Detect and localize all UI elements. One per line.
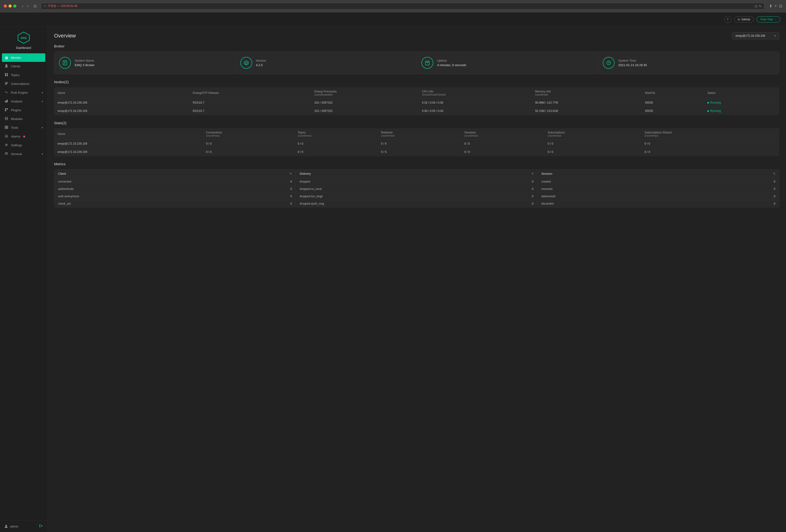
svg-rect-6	[7, 75, 8, 76]
stats-sessions-1: 0 / 0	[461, 140, 545, 148]
node-maxfds-1: 65535	[642, 99, 704, 107]
table-row: emqx@172.16.239.108 0 / 0 0 / 0 5 / 5 0 …	[54, 140, 779, 148]
sidebar-item-general[interactable]: General ▾	[0, 149, 47, 158]
metrics-delivery-header: Delivery ⇅	[296, 169, 537, 178]
list-item: check_acl 0	[54, 200, 296, 207]
sidebar-item-rule-engine[interactable]: Rule Engine ▾	[0, 88, 47, 97]
subscriptions-icon	[4, 82, 8, 86]
minimize-button[interactable]	[8, 4, 11, 7]
back-button[interactable]: ‹	[21, 4, 24, 9]
sidebar-item-subscriptions[interactable]: Subscriptions	[0, 79, 47, 88]
system-name-label: System Name	[75, 59, 95, 62]
stats-topics-2: 0 / 0	[294, 148, 378, 156]
nodes-col-name: Name	[54, 88, 190, 99]
user-icon	[4, 525, 8, 528]
sort-icon-delivery[interactable]: ⇅	[531, 172, 534, 175]
sort-icon-session[interactable]: ⇅	[773, 172, 775, 175]
stats-name-1: emqx@172.16.239.108	[54, 140, 203, 148]
node-selector[interactable]: emqx@172.16.239.108 ▾	[732, 32, 779, 39]
system-time-label: System Time	[619, 59, 647, 62]
list-item: auth.anonymous 0	[54, 193, 296, 200]
security-icon: 🛡	[44, 4, 46, 8]
node-selector-value: emqx@172.16.239.108	[736, 34, 765, 38]
sidebar-item-topics-label: Topics	[11, 73, 20, 77]
refresh-icon[interactable]: ↻	[759, 4, 762, 8]
nodes-section: Nodes(2) Name Erlang/OTP Release	[54, 80, 779, 115]
broker-card-system-name: System Name EMQ X Broker	[54, 52, 236, 74]
node-processes-1: 315 / 2097152	[311, 99, 419, 107]
sidebar-bottom: admin	[0, 521, 47, 532]
list-item: discarded 0	[538, 200, 779, 207]
sidebar-item-monitor[interactable]: ▦ Monitor	[2, 53, 45, 62]
sidebar-item-settings[interactable]: Settings	[0, 141, 47, 149]
stats-retained-1: 5 / 5	[378, 140, 461, 148]
table-row: emqx@172.16.239.109 R22/10.7 315 / 20971…	[54, 107, 779, 115]
stats-subscriptions-2: 0 / 0	[545, 148, 641, 156]
address-bar[interactable]: 🛡 不安全 — 120.55.62.40 ⊡ ↻	[41, 3, 764, 9]
forward-button[interactable]: ›	[26, 4, 29, 9]
maximize-button[interactable]	[13, 4, 16, 7]
node-name-1: emqx@172.16.239.108	[54, 99, 190, 107]
svg-rect-8	[5, 83, 8, 84]
stats-connections-1: 0 / 0	[203, 140, 294, 148]
alarms-badge	[23, 136, 25, 138]
table-row: emqx@172.16.239.108 R22/10.7 315 / 20971…	[54, 99, 779, 107]
reader-icon[interactable]: ⊡	[755, 4, 758, 8]
tools-arrow: ▾	[42, 126, 43, 129]
new-tab-icon[interactable]: +	[775, 4, 777, 8]
svg-text:EMQ: EMQ	[21, 37, 27, 39]
stats-subscriptions-shared-2: 0 / 0	[641, 148, 779, 156]
browser-chrome: ‹ › ⊡ 🛡 不安全 — 120.55.62.40 ⊡ ↻ ⬆ + ⊡	[0, 0, 786, 12]
nodes-col-erlang-processes: Erlang Processes (used/avaliable)	[311, 88, 419, 99]
node-cpu-2: 0.00 / 0.05 / 0.04	[419, 107, 532, 115]
metrics-col-client: Client ⇅ connected 0 authenticate 0	[54, 169, 296, 207]
uptime-value: 4 minutes, 8 seconds	[437, 63, 466, 67]
nodes-col-status: Status	[704, 88, 779, 99]
sidebar-item-clients-label: Clients	[11, 65, 20, 68]
sidebar-item-modules[interactable]: Modules	[0, 115, 47, 123]
sidebar-item-alarms[interactable]: Alarms	[0, 132, 47, 141]
free-trial-button[interactable]: Free Trial →	[757, 16, 780, 23]
list-item: dropped.qos0_msg 0	[296, 200, 537, 207]
github-button[interactable]: ⊙ GitHub	[734, 16, 754, 23]
list-item: dropped.no_local 0	[296, 185, 537, 193]
broker-cards: System Name EMQ X Broker Version 4.2.5	[54, 51, 779, 74]
sidebar-item-clients[interactable]: Clients	[0, 62, 47, 71]
help-button[interactable]: ?	[724, 16, 731, 23]
sidebar-item-tools[interactable]: Tools ▾	[0, 123, 47, 132]
sidebar-item-plugins-label: Plugins	[11, 108, 21, 112]
sidebar-item-analysis[interactable]: Analysis ▾	[0, 97, 47, 106]
uptime-label: Uptime	[437, 59, 466, 62]
svg-rect-13	[5, 108, 6, 110]
sidebar-item-plugins[interactable]: Plugins	[0, 106, 47, 115]
svg-marker-34	[245, 62, 247, 64]
emq-logo: EMQ	[17, 31, 30, 44]
stats-col-connections: Connections (count/max)	[203, 129, 294, 140]
tabs-icon[interactable]: ⊡	[779, 4, 782, 8]
list-item: authenticate 0	[54, 185, 296, 193]
browser-nav: ‹ ›	[21, 4, 29, 9]
version-icon	[240, 57, 252, 69]
tab-overview-button[interactable]: ⊡	[32, 4, 38, 9]
content-area: Overview emqx@172.16.239.108 ▾ Broker S	[47, 27, 786, 532]
broker-card-version: Version 4.2.5	[236, 52, 417, 74]
dashboard-title: Dashboard	[16, 46, 31, 50]
logout-button[interactable]	[39, 524, 43, 529]
rule-engine-icon	[4, 91, 8, 95]
app-container: ? ⊙ GitHub Free Trial → EMQ Dashboard ▦ …	[0, 12, 786, 532]
version-info: Version 4.2.5	[256, 59, 266, 67]
stats-subscriptions-shared-1: 0 / 0	[641, 140, 779, 148]
svg-rect-21	[7, 128, 8, 129]
nodes-col-cpu-info: CPU Info (1load/5load/15load)	[419, 88, 532, 99]
sort-icon-client[interactable]: ⇅	[290, 172, 292, 175]
status-badge-running-2: Running	[707, 109, 776, 113]
close-button[interactable]	[4, 4, 7, 7]
analysis-arrow: ▾	[42, 100, 43, 103]
sidebar-item-topics[interactable]: Topics	[0, 71, 47, 79]
metrics-col-session: Session ⇅ created 0 resumed 0	[538, 169, 779, 207]
share-icon[interactable]: ⬆	[769, 4, 772, 8]
monitor-icon: ▦	[4, 56, 8, 60]
stats-sessions-2: 0 / 0	[461, 148, 545, 156]
nodes-col-erlang-otp: Erlang/OTP Release	[189, 88, 311, 99]
content-inner: Overview emqx@172.16.239.108 ▾ Broker S	[47, 27, 786, 213]
